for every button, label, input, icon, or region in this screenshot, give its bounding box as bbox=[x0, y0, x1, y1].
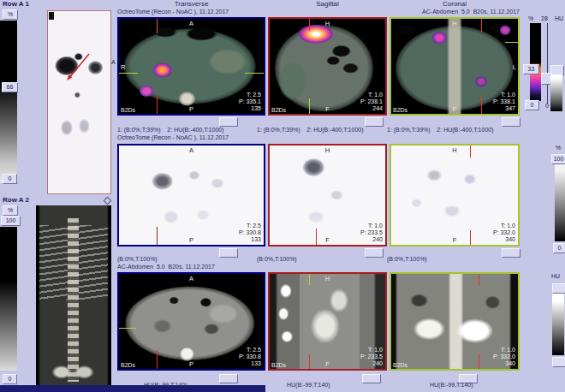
slice-scroll-thumb[interactable] bbox=[502, 248, 520, 258]
slice-thickness: T: 1.0 bbox=[493, 92, 515, 98]
window-label-ct: HU(B:-99,T:140) bbox=[144, 382, 187, 388]
viewport-ct-transverse[interactable]: A P T: 2.5 P: 330.8 133 B2Ds bbox=[117, 272, 265, 371]
annotation-arrow bbox=[48, 11, 110, 193]
viewport-ct-scout-coronal[interactable] bbox=[36, 205, 111, 385]
slice-scroll-thumb[interactable] bbox=[365, 248, 384, 258]
slice-scroll-thumb[interactable] bbox=[365, 117, 384, 127]
viewport-ct-coronal[interactable]: H F T: 1.0 P: 332.0 340 B2Ds bbox=[390, 272, 520, 371]
slice-readout: T: 1.0 P: 233.5 240 bbox=[360, 347, 383, 367]
orientation-label-top: H bbox=[391, 20, 518, 27]
frames-slider-value: 0 bbox=[545, 103, 549, 109]
recon-kernel-label: B2Ds bbox=[271, 107, 286, 113]
column-header-sagittal: Sagittal bbox=[268, 0, 387, 8]
window-label-ct: HU(B:-99,T:140) bbox=[430, 382, 473, 388]
slice-scroll-thumb[interactable] bbox=[219, 117, 238, 127]
viewport-nm-coronal[interactable]: H F T: 1.0 P: 332.0 340 bbox=[390, 144, 520, 246]
window-label-nm: (B:0%,T:100%) bbox=[257, 256, 297, 262]
orientation-label-top: H bbox=[270, 146, 385, 154]
ct-gray-lut-bar[interactable] bbox=[550, 74, 562, 111]
slice-position: P: 338.1 bbox=[493, 98, 515, 105]
frames-slider-track[interactable] bbox=[547, 23, 548, 104]
column-header-coronal: Coronal bbox=[390, 0, 520, 8]
window-label-fused: 1: (B:0%,T:39%) 2: HU(B:-400,T:1000) bbox=[387, 127, 494, 133]
panel-handle-icon[interactable] bbox=[104, 197, 112, 205]
row-a1-title: Row A 1 bbox=[3, 0, 29, 8]
viewport-fused-transverse[interactable]: A P R T: 2.5 P: 335.1 135 B2Ds bbox=[117, 17, 265, 116]
ct-hu-lower-box[interactable] bbox=[552, 357, 565, 367]
series-label-nm-top: OctreoTome (Recon - NoAC ), 11.12.2017 bbox=[117, 9, 229, 15]
series-label-ct: AC-Abdomen 5.0 B20s, 11.12.2017 bbox=[117, 264, 215, 270]
viewport-nm-transverse[interactable]: A P T: 2.5 P: 330.8 133 bbox=[117, 144, 265, 246]
slice-number: 133 bbox=[239, 236, 261, 243]
orientation-label-top: A bbox=[119, 275, 264, 282]
slice-scroll-thumb[interactable] bbox=[362, 374, 381, 383]
slice-readout: T: 1.0 P: 332.0 340 bbox=[493, 223, 515, 243]
orientation-label-top: H bbox=[391, 275, 518, 282]
active-panel-scrollbar[interactable] bbox=[0, 385, 265, 392]
orientation-label-top: H bbox=[270, 20, 385, 27]
a1-grayscale-colorbar[interactable] bbox=[0, 21, 17, 183]
ct-hu-scale-label: HU bbox=[551, 273, 560, 279]
orientation-label-top: A bbox=[119, 20, 264, 27]
recon-kernel-label: B2Ds bbox=[271, 362, 286, 368]
slice-number: 347 bbox=[493, 105, 515, 112]
slice-number: 244 bbox=[360, 105, 383, 112]
a1-upper-threshold-value[interactable]: 66 bbox=[2, 82, 18, 92]
orientation-label-right: L bbox=[513, 63, 516, 71]
a1-lower-threshold-value[interactable]: 0 bbox=[3, 174, 17, 184]
slice-thickness: T: 1.0 bbox=[360, 223, 383, 229]
recon-kernel-label: B2Ds bbox=[393, 362, 407, 368]
slice-readout: T: 1.0 P: 238.1 244 bbox=[360, 92, 383, 112]
slice-scroll-thumb[interactable] bbox=[219, 248, 238, 258]
a1-scale-unit: % bbox=[3, 9, 18, 20]
slice-position: P: 332.0 bbox=[493, 229, 515, 236]
a2-lower-threshold-value[interactable]: 0 bbox=[3, 374, 17, 384]
viewport-ct-sagittal[interactable]: H F T: 1.0 P: 233.5 240 B2Ds bbox=[268, 272, 387, 371]
window-label-fused: 1: (B:0%,T:39%) 2: HU(B:-400,T:1000) bbox=[257, 127, 364, 133]
viewport-planar-anterior[interactable] bbox=[47, 10, 111, 194]
orientation-label-left: R bbox=[121, 63, 125, 71]
viewport-nm-sagittal[interactable]: H F T: 1.0 P: 233.5 240 bbox=[268, 144, 387, 246]
nm-pct-scale-label: % bbox=[556, 145, 561, 151]
nm-pct-lower-value[interactable]: 0 bbox=[553, 243, 565, 253]
series-label-nm: OctreoTome (Recon - NoAC ), 11.12.2017 bbox=[117, 134, 229, 140]
nm-gray-lut-bar[interactable] bbox=[555, 164, 565, 241]
slice-scroll-thumb[interactable] bbox=[502, 117, 520, 127]
nm-pct-upper-value[interactable]: 100 bbox=[551, 154, 565, 164]
window-label-nm: (B:0%,T:100%) bbox=[387, 256, 427, 262]
slice-position: P: 238.1 bbox=[360, 98, 383, 105]
fused-frames-label: 28 bbox=[541, 15, 548, 21]
slice-number: 133 bbox=[239, 360, 261, 367]
a2-upper-threshold-value[interactable]: 100 bbox=[1, 216, 21, 226]
slice-readout: T: 2.5 P: 330.8 133 bbox=[239, 223, 261, 243]
window-label-ct: HU(B:-99,T:140) bbox=[287, 382, 330, 388]
recon-kernel-label: B2Ds bbox=[121, 107, 135, 113]
viewport-fused-coronal[interactable]: H F L T: 1.0 P: 338.1 347 B2Ds bbox=[390, 17, 520, 116]
window-label-nm: (B:0%,T:100%) bbox=[117, 256, 158, 262]
slice-readout: T: 1.0 P: 332.0 340 bbox=[493, 347, 515, 367]
a2-scale-unit: % bbox=[3, 205, 18, 216]
column-header-transverse: Transverse bbox=[117, 0, 265, 8]
fused-pct-lower-value[interactable]: 0 bbox=[525, 100, 539, 110]
slice-position: P: 330.8 bbox=[239, 353, 261, 360]
slice-readout: T: 1.0 P: 338.1 347 bbox=[493, 92, 515, 112]
a2-grayscale-colorbar[interactable] bbox=[0, 227, 17, 371]
fused-pct-upper-value[interactable]: 33 bbox=[523, 64, 539, 74]
slice-thickness: T: 2.5 bbox=[239, 347, 261, 353]
row-a2-title: Row A 2 bbox=[3, 196, 29, 204]
nm-color-lut-bar[interactable] bbox=[530, 23, 541, 101]
slice-thickness: T: 1.0 bbox=[360, 92, 383, 98]
slice-position: P: 332.0 bbox=[493, 353, 515, 360]
slice-readout: T: 2.5 P: 335.1 135 bbox=[239, 92, 261, 112]
slice-position: P: 330.8 bbox=[239, 229, 261, 236]
slice-scroll-thumb[interactable] bbox=[219, 374, 238, 383]
slice-number: 135 bbox=[239, 105, 261, 112]
reference-line-horizontal bbox=[119, 73, 138, 74]
ct-hu-upper-box[interactable] bbox=[552, 283, 565, 294]
slice-thickness: T: 2.5 bbox=[239, 92, 261, 98]
gutter-orientation-label: A bbox=[111, 59, 116, 65]
fusion-viewer-screen: Row A 1 % 66 0 Row A 2 % 100 0 Transvers… bbox=[0, 0, 565, 392]
fused-pct-scale-label: % bbox=[528, 15, 533, 21]
ct-hu-lut-bar[interactable] bbox=[552, 294, 564, 355]
viewport-fused-sagittal[interactable]: H F T: 1.0 P: 238.1 244 B2Ds bbox=[268, 17, 387, 116]
